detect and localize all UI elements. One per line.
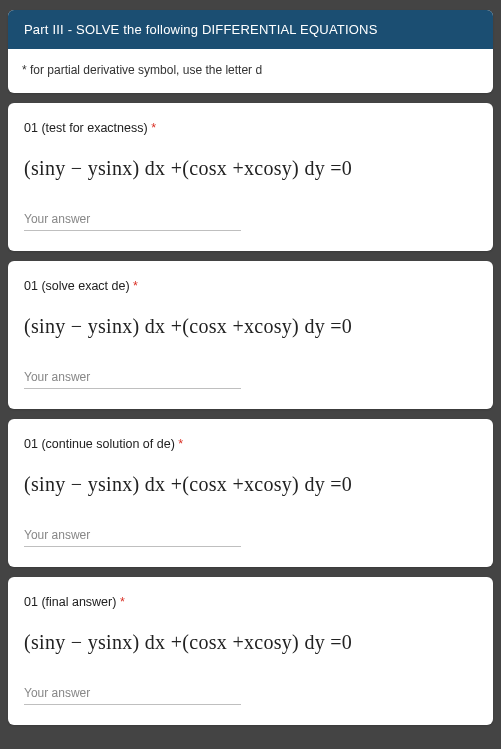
question-title: 01 (continue solution of de) *	[24, 437, 477, 451]
answer-input[interactable]	[24, 524, 241, 547]
equation-text: (siny − ysinx) dx +(cosx +xcosy) dy =0	[24, 157, 477, 180]
header-card: Part III - SOLVE the following DIFFERENT…	[8, 10, 493, 93]
question-title: 01 (final answer) *	[24, 595, 477, 609]
required-mark: *	[178, 437, 183, 451]
required-mark: *	[151, 121, 156, 135]
answer-input[interactable]	[24, 682, 241, 705]
equation-text: (siny − ysinx) dx +(cosx +xcosy) dy =0	[24, 631, 477, 654]
instruction-text: * for partial derivative symbol, use the…	[22, 63, 262, 77]
question-title-text: 01 (final answer)	[24, 595, 116, 609]
question-card: 01 (continue solution of de) * (siny − y…	[8, 419, 493, 567]
question-title-text: 01 (continue solution of de)	[24, 437, 175, 451]
question-title-text: 01 (solve exact de)	[24, 279, 130, 293]
question-title: 01 (test for exactness) *	[24, 121, 477, 135]
question-title: 01 (solve exact de) *	[24, 279, 477, 293]
answer-input[interactable]	[24, 366, 241, 389]
equation-text: (siny − ysinx) dx +(cosx +xcosy) dy =0	[24, 315, 477, 338]
section-title: Part III - SOLVE the following DIFFERENT…	[24, 22, 378, 37]
question-card: 01 (test for exactness) * (siny − ysinx)…	[8, 103, 493, 251]
equation-text: (siny − ysinx) dx +(cosx +xcosy) dy =0	[24, 473, 477, 496]
required-mark: *	[133, 279, 138, 293]
question-card: 01 (solve exact de) * (siny − ysinx) dx …	[8, 261, 493, 409]
question-title-text: 01 (test for exactness)	[24, 121, 148, 135]
required-mark: *	[120, 595, 125, 609]
question-card: 01 (final answer) * (siny − ysinx) dx +(…	[8, 577, 493, 725]
section-header: Part III - SOLVE the following DIFFERENT…	[8, 10, 493, 49]
instruction-note: * for partial derivative symbol, use the…	[8, 49, 493, 93]
answer-input[interactable]	[24, 208, 241, 231]
